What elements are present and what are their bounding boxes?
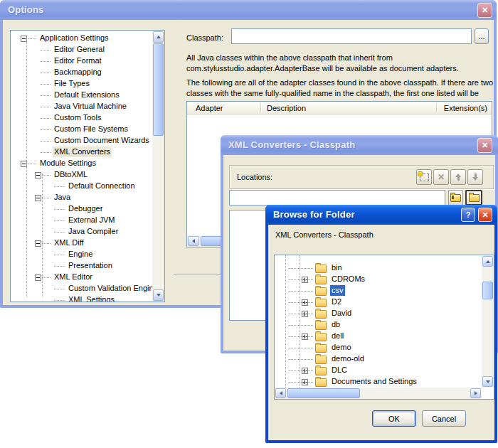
tree-item[interactable]: Debugger [11,203,152,215]
tree-item[interactable]: XML Converters [11,146,152,158]
tree-item-label[interactable]: XML Editor [53,272,94,282]
tree-item[interactable]: Java Virtual Machine [11,101,152,112]
adapter-table-header[interactable]: Adapter Description Extension(s) [187,102,492,114]
browse-archive-button[interactable] [448,190,463,206]
tree-item-label[interactable]: Custom Tools [53,112,102,123]
tree-item[interactable]: Backmapping [11,67,152,78]
browse-folder-button[interactable] [465,190,482,206]
tree-item[interactable]: Custom Tools [11,112,152,124]
tree-item-label[interactable]: Editor General [53,44,106,55]
tree-item-label[interactable]: External JVM [67,215,116,225]
tree-item-label[interactable]: File Types [53,78,91,89]
tree-item[interactable]: Custom File Systems [11,124,152,135]
tree-item[interactable]: Default Extensions [11,90,152,101]
tree-item-label[interactable]: Default Extensions [53,90,121,100]
delete-location-button[interactable]: ✕ [433,169,449,185]
close-icon[interactable]: ✕ [477,138,492,153]
tree-item[interactable]: Java [11,192,152,203]
tree-item-label[interactable]: Module Settings [38,158,97,169]
folder-item[interactable]: D2 [275,297,482,308]
column-description[interactable]: Description [267,102,306,114]
ok-button[interactable]: OK [372,410,416,427]
scroll-up-icon[interactable] [482,256,493,267]
folder-name[interactable]: db [330,319,341,330]
folder-item[interactable]: db [275,319,482,331]
tree-item[interactable]: Editor Format [11,55,152,67]
folder-item[interactable]: demo [275,342,482,353]
folder-name[interactable]: dell [330,331,345,341]
scroll-up-icon[interactable] [153,31,164,43]
classpath-dialog-titlebar[interactable]: XML Converters - Classpath ✕ [221,135,498,155]
tree-item-label[interactable]: Application Settings [38,33,110,43]
close-icon[interactable]: ✕ [478,208,492,222]
expand-icon[interactable] [35,195,41,201]
folder-item[interactable]: CDROMs [275,274,482,285]
browse-dialog-titlebar[interactable]: Browse for Folder ? ✕ [265,205,497,225]
tree-scrollbar[interactable] [152,31,164,302]
folder-item[interactable]: DLC [275,365,482,376]
tree-item[interactable]: XML Diff [11,238,152,249]
scroll-left-icon[interactable] [188,236,199,246]
tree-item[interactable]: XML Editor [11,272,152,283]
folder-item[interactable]: demo-old [275,353,482,365]
tree-item[interactable]: XML Settings [11,294,152,302]
tree-item-label[interactable]: Backmapping [53,67,103,78]
tree-item-label[interactable]: XML Converters [53,146,112,157]
folder-item[interactable]: David [275,308,482,319]
tree-item[interactable]: Application Settings [11,33,152,44]
tree-item-label[interactable]: Editor Format [53,55,103,66]
column-adapter[interactable]: Adapter [196,102,223,114]
tree-item-label[interactable]: Presentation [67,260,114,271]
location-path-input[interactable] [229,190,445,206]
help-icon[interactable]: ? [461,208,475,222]
tree-item[interactable]: Presentation [11,260,152,272]
classpath-input[interactable] [231,28,472,44]
cancel-button[interactable]: Cancel [422,410,466,427]
scroll-down-icon[interactable] [153,289,164,301]
folder-tree-vscroll[interactable] [482,255,494,388]
column-divider[interactable] [436,103,437,112]
close-icon[interactable]: ✕ [477,3,492,18]
folder-name[interactable]: bin [330,262,344,273]
scroll-thumb[interactable] [482,282,493,299]
tree-item-label[interactable]: Java Virtual Machine [53,101,128,112]
folder-tree-hscroll[interactable] [275,388,482,399]
scroll-left-icon[interactable] [275,388,286,398]
folder-item[interactable]: csv [275,285,482,297]
tree-item-label[interactable]: Debugger [67,203,104,214]
tree-item-label[interactable]: Engine [67,249,94,260]
tree-item-label[interactable]: Custom Validation Engines [67,283,152,294]
folder-name[interactable]: D2 [330,297,343,307]
column-divider[interactable] [260,103,261,112]
tree-item[interactable]: Editor General [11,44,152,55]
tree-item-label[interactable]: XML Diff [53,238,85,248]
folder-name[interactable]: Documents and Settings [330,376,418,387]
folder-item[interactable]: dell [275,331,482,342]
folder-name[interactable]: demo [330,342,353,353]
tree-item-label[interactable]: Java Compiler [67,226,120,237]
folder-name[interactable]: DLC [330,365,349,375]
move-down-button[interactable] [467,169,483,185]
folder-name[interactable]: David [330,308,353,319]
new-location-button[interactable] [416,169,432,185]
tree-item[interactable]: Engine [11,249,152,260]
tree-item[interactable]: DBtoXML [11,169,152,181]
tree-item-label[interactable]: DBtoXML [53,169,89,180]
tree-item[interactable]: External JVM [11,215,152,226]
expand-icon[interactable] [35,172,41,178]
tree-item[interactable]: Custom Validation Engines [11,283,152,294]
tree-item-label[interactable]: Custom Document Wizards [53,135,151,146]
tree-item-label[interactable]: Default Connection [67,181,137,191]
folder-name[interactable]: CDROMs [330,274,366,284]
folder-tree[interactable]: bin CDROMs csv D2 David db dell demo [274,255,494,400]
tree-item-label[interactable]: Java [53,192,72,203]
scroll-down-icon[interactable] [482,376,493,387]
tree-item[interactable]: Module Settings [11,158,152,169]
expand-icon[interactable] [35,240,41,247]
tree-item[interactable]: Custom Document Wizards [11,135,152,146]
scroll-right-icon[interactable] [470,388,481,398]
scroll-thumb[interactable] [153,43,164,136]
folder-name[interactable]: csv [330,285,345,296]
column-extensions[interactable]: Extension(s) [444,102,487,114]
tree-item-label[interactable]: Custom File Systems [53,124,129,134]
